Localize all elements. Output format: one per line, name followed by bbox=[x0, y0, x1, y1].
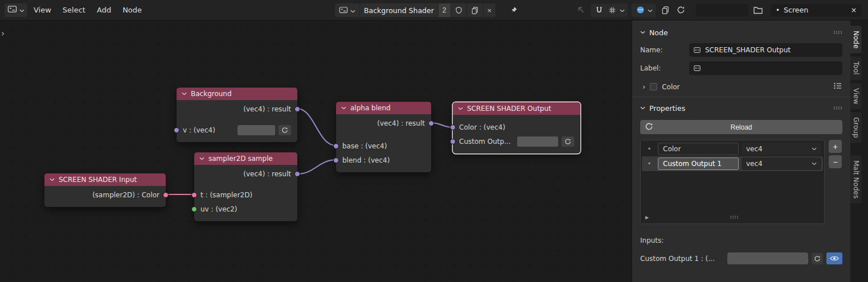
node-background[interactable]: Background (vec4) : result v : (vec4) bbox=[177, 88, 297, 142]
node-editor-icon bbox=[7, 5, 17, 15]
duplicate-shader-button[interactable] bbox=[467, 3, 484, 17]
panel-properties-header[interactable]: Properties bbox=[640, 102, 842, 114]
input-socket-vec2[interactable] bbox=[191, 206, 197, 212]
input-socket-vec4[interactable] bbox=[450, 125, 456, 130]
output-socket-vec4[interactable] bbox=[294, 106, 300, 112]
menu-view[interactable]: View bbox=[28, 3, 56, 16]
list-icon[interactable] bbox=[833, 82, 842, 91]
link-sampler-to-alphablend[interactable] bbox=[297, 160, 336, 174]
node-name-field[interactable]: SCREEN_SHADER Output bbox=[689, 43, 842, 57]
list-expand-icon[interactable]: ▸ bbox=[645, 213, 649, 221]
input-socket-vec4[interactable] bbox=[450, 139, 456, 144]
node-label-field[interactable] bbox=[689, 61, 842, 75]
pin-icon[interactable] bbox=[508, 4, 519, 16]
io-name-field[interactable]: Color bbox=[658, 143, 739, 155]
inputs-label: Inputs: bbox=[640, 237, 842, 244]
cycle-icon[interactable] bbox=[279, 125, 291, 135]
input-label: base : (vec4) bbox=[342, 142, 387, 150]
shader-users-button[interactable]: 2 bbox=[439, 3, 451, 17]
node-title: SCREEN SHADER Input bbox=[59, 176, 137, 184]
node-header[interactable]: SCREEN SHADER Input bbox=[44, 173, 166, 186]
chevron-down-icon[interactable] bbox=[620, 6, 625, 14]
node-screen-shader-output[interactable]: SCREEN SHADER Output Color : (vec4) Cust… bbox=[453, 102, 580, 154]
output-socket-sampler2d[interactable] bbox=[163, 192, 169, 198]
panel-node-header[interactable]: Node bbox=[640, 26, 842, 39]
shader-browse-button[interactable] bbox=[335, 3, 360, 17]
refresh-icon[interactable] bbox=[675, 4, 686, 16]
input-label: uv : (vec2) bbox=[200, 205, 237, 213]
node-header[interactable]: Background bbox=[177, 88, 297, 100]
tab-node[interactable]: Node bbox=[850, 25, 862, 54]
panel-grip-icon[interactable] bbox=[833, 31, 842, 34]
menu-select[interactable]: Select bbox=[58, 3, 91, 16]
header-text-field[interactable] bbox=[696, 4, 748, 16]
node-header[interactable]: alpha blend bbox=[336, 102, 431, 114]
snap-magnet-icon[interactable] bbox=[593, 4, 605, 16]
custom-io-list[interactable]: • Color vec4 • Custom Output 1 vec4 bbox=[640, 140, 825, 224]
snap-target-grid-icon[interactable] bbox=[607, 4, 618, 16]
color-subpanel-row[interactable]: › Color bbox=[642, 82, 842, 91]
node-id-icon bbox=[693, 46, 701, 54]
node-alpha-blend[interactable]: alpha blend (vec4) : result base : (vec4… bbox=[336, 102, 431, 172]
output-socket-vec4[interactable] bbox=[428, 121, 434, 126]
color-checkbox[interactable] bbox=[650, 83, 657, 90]
tab-group[interactable]: Group bbox=[850, 111, 862, 144]
menu-node[interactable]: Node bbox=[117, 3, 147, 16]
cycle-icon[interactable] bbox=[812, 253, 823, 264]
tab-malt-nodes[interactable]: Malt Nodes bbox=[850, 155, 862, 204]
tab-view[interactable]: View bbox=[850, 82, 862, 110]
io-type-dropdown[interactable]: vec4 bbox=[742, 143, 821, 155]
output-label: (vec4) : result bbox=[243, 105, 291, 113]
unlink-shader-button[interactable]: × bbox=[484, 3, 496, 17]
output-socket-vec4[interactable] bbox=[294, 171, 300, 177]
visibility-eye-button[interactable] bbox=[826, 252, 842, 264]
node-header[interactable]: SCREEN SHADER Output bbox=[453, 102, 580, 115]
node-sampler2d-sample[interactable]: sampler2D sample (vec4) : result t : (sa… bbox=[194, 152, 297, 221]
sidebar-tabs: Node Tool View Group Malt Nodes bbox=[850, 20, 868, 282]
parent-arrow-icon[interactable] bbox=[575, 4, 587, 16]
input-socket-vec4[interactable] bbox=[333, 143, 339, 149]
copy-nodes-icon[interactable] bbox=[660, 4, 671, 16]
menu-add[interactable]: Add bbox=[92, 3, 116, 16]
value-slider[interactable] bbox=[517, 136, 558, 147]
add-item-button[interactable]: + bbox=[829, 140, 842, 153]
collapse-chevron-icon[interactable] bbox=[182, 92, 187, 96]
custom-output-value-slider[interactable] bbox=[727, 252, 808, 264]
list-grip-icon[interactable] bbox=[730, 215, 739, 219]
reload-button[interactable]: Reload bbox=[640, 120, 842, 134]
input-label: Custom Outp... bbox=[459, 138, 511, 146]
collapse-chevron-icon[interactable] bbox=[199, 157, 204, 160]
node-editor-canvas[interactable]: › SCREEN SHADER Input (sampler2D) : Colo… bbox=[0, 20, 632, 282]
list-item-custom-output-1[interactable]: • Custom Output 1 vec4 bbox=[642, 156, 823, 171]
panel-grip-icon[interactable] bbox=[833, 106, 842, 110]
node-header[interactable]: sampler2D sample bbox=[194, 152, 297, 165]
editor-type-button[interactable] bbox=[5, 3, 27, 17]
input-socket-sampler2d[interactable] bbox=[191, 192, 197, 198]
tab-tool[interactable]: Tool bbox=[850, 56, 862, 80]
io-type-dropdown[interactable]: vec4 bbox=[742, 157, 821, 170]
collapse-chevron-icon[interactable] bbox=[458, 107, 463, 110]
remove-item-button[interactable]: − bbox=[829, 155, 842, 168]
expand-chevron-icon[interactable]: › bbox=[642, 82, 645, 91]
io-type-value: vec4 bbox=[746, 145, 763, 153]
link-background-to-alphablend[interactable] bbox=[297, 109, 336, 146]
overlay-sphere-icon[interactable] bbox=[634, 4, 646, 16]
collapse-chevron-icon[interactable] bbox=[50, 178, 55, 181]
folder-icon[interactable] bbox=[752, 4, 764, 16]
node-screen-shader-input[interactable]: SCREEN SHADER Input (sampler2D) : Color bbox=[44, 173, 166, 207]
io-name-field[interactable]: Custom Output 1 bbox=[658, 157, 739, 170]
input-label: v : (vec4) bbox=[183, 126, 215, 134]
screen-search-field[interactable]: • Screen × bbox=[771, 4, 861, 16]
input-socket-vec4[interactable] bbox=[333, 157, 339, 163]
collapse-chevron-icon[interactable] bbox=[341, 106, 346, 110]
panel-chevron-icon bbox=[640, 31, 645, 34]
input-socket-vec4[interactable] bbox=[174, 127, 179, 133]
list-item-color[interactable]: • Color vec4 bbox=[642, 142, 823, 156]
chevron-down-icon[interactable] bbox=[648, 6, 653, 14]
chevron-down-icon bbox=[812, 162, 817, 165]
close-icon[interactable]: × bbox=[851, 6, 857, 14]
value-slider[interactable] bbox=[238, 125, 275, 135]
fake-user-shield-button[interactable] bbox=[451, 3, 467, 17]
shader-name-field[interactable]: Background Shader bbox=[360, 3, 439, 17]
cycle-icon[interactable] bbox=[562, 136, 574, 147]
